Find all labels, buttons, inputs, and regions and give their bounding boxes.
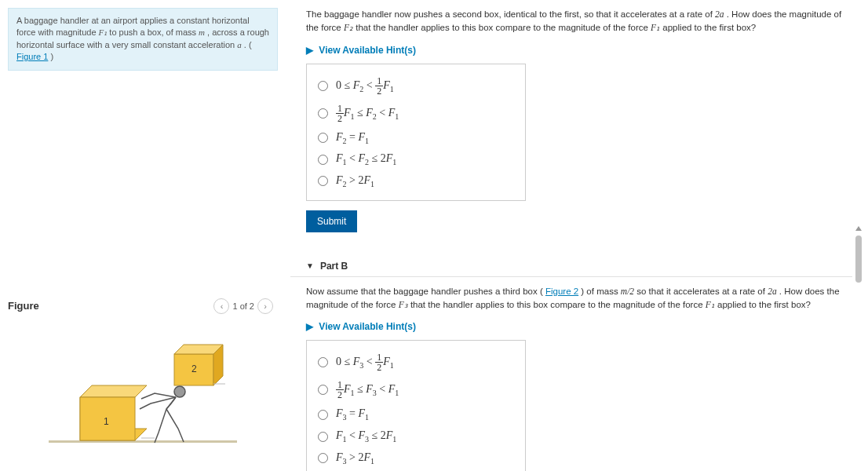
var-m: m bbox=[199, 27, 205, 37]
var-mhalf: m/2 bbox=[621, 287, 634, 296]
var-F3: F₃ bbox=[399, 300, 408, 309]
figure-next-button[interactable]: › bbox=[257, 298, 273, 314]
app-container: A baggage handler at an airport applies … bbox=[0, 0, 868, 471]
partB-radio-2[interactable] bbox=[318, 385, 328, 395]
partA-radio-1[interactable] bbox=[318, 81, 328, 91]
partB-radio-1[interactable] bbox=[318, 357, 328, 367]
intro-text: . ( bbox=[244, 40, 252, 49]
svg-marker-3 bbox=[80, 385, 147, 397]
partA-radio-3[interactable] bbox=[318, 133, 328, 143]
figure-2-link[interactable]: Figure 2 bbox=[545, 287, 578, 296]
partA-option-1[interactable]: 0 ≤ F2 < 12F1 bbox=[318, 72, 514, 100]
figure-section: Figure ‹ 1 of 2 › bbox=[8, 298, 278, 460]
partB-prompt: Now assume that the baggage handler push… bbox=[306, 285, 852, 317]
box-1-label: 1 bbox=[104, 416, 109, 427]
partA-radio-2[interactable] bbox=[318, 108, 328, 119]
partA-option-5[interactable]: F2 > 2F1 bbox=[318, 170, 514, 192]
triangle-right-icon: ▶ bbox=[306, 321, 313, 332]
hints-label: View Available Hint(s) bbox=[319, 321, 416, 332]
partB-option-1[interactable]: 0 ≤ F3 < 12F1 bbox=[318, 349, 514, 376]
left-column: A baggage handler at an airport applies … bbox=[0, 0, 283, 471]
var-F1: F₁ bbox=[99, 27, 108, 37]
partB-options: 0 ≤ F3 < 12F1 12F1 ≤ F3 < F1 F3 = F1 F1 … bbox=[306, 340, 526, 471]
var-2a: 2a bbox=[715, 9, 724, 19]
partB-option-2[interactable]: 12F1 ≤ F3 < F1 bbox=[318, 376, 514, 403]
intro-text: ) bbox=[50, 52, 53, 61]
partB-hints-toggle[interactable]: ▶ View Available Hint(s) bbox=[306, 316, 852, 340]
var-F1: F₁ bbox=[706, 300, 715, 309]
triangle-right-icon: ▶ bbox=[306, 45, 313, 56]
problem-intro: A baggage handler at an airport applies … bbox=[8, 8, 278, 71]
var-a: a bbox=[237, 40, 242, 49]
box-2: 2 bbox=[174, 345, 223, 385]
figure-nav: ‹ 1 of 2 › bbox=[213, 298, 273, 314]
figure-svg: 1 2 bbox=[41, 319, 245, 460]
partA-option-3[interactable]: F2 = F1 bbox=[318, 127, 514, 149]
figure-1-link[interactable]: Figure 1 bbox=[16, 52, 48, 61]
partA-option-4[interactable]: F1 < F2 ≤ 2F1 bbox=[318, 148, 514, 170]
partA-options: 0 ≤ F2 < 12F1 12F1 ≤ F2 < F1 F2 = F1 F1 … bbox=[306, 64, 526, 201]
svg-rect-0 bbox=[49, 440, 237, 443]
partB-option-4[interactable]: F1 < F3 ≤ 2F1 bbox=[318, 425, 514, 447]
right-column: The baggage handler now pushes a second … bbox=[283, 0, 868, 471]
figure-nav-label: 1 of 2 bbox=[232, 301, 254, 311]
figure-header: Figure ‹ 1 of 2 › bbox=[8, 298, 278, 319]
partA-radio-4[interactable] bbox=[318, 155, 328, 165]
partA-prompt: The baggage handler now pushes a second … bbox=[306, 8, 852, 40]
partB-radio-4[interactable] bbox=[318, 432, 328, 442]
partA-submit-button[interactable]: Submit bbox=[306, 210, 357, 232]
caret-down-icon: ▼ bbox=[306, 261, 314, 270]
partB-option-3[interactable]: F3 = F1 bbox=[318, 403, 514, 425]
person-icon bbox=[140, 386, 185, 443]
partB-option-5[interactable]: F3 > 2F1 bbox=[318, 447, 514, 469]
box-1: 1 bbox=[80, 385, 147, 440]
partA-radio-5[interactable] bbox=[318, 176, 328, 186]
partB-radio-3[interactable] bbox=[318, 410, 328, 420]
box-2-label: 2 bbox=[191, 363, 197, 374]
intro-text: to push a box, of mass bbox=[109, 27, 199, 37]
figure-image: 1 2 bbox=[8, 319, 278, 460]
partB-title: Part B bbox=[320, 261, 348, 272]
var-F2: F₂ bbox=[344, 23, 353, 32]
figure-prev-button[interactable]: ‹ bbox=[213, 298, 229, 314]
partA-option-2[interactable]: 12F1 ≤ F2 < F1 bbox=[318, 100, 514, 127]
svg-point-8 bbox=[174, 386, 185, 397]
hints-label: View Available Hint(s) bbox=[319, 45, 416, 56]
partB-header[interactable]: ▼ Part B bbox=[290, 256, 852, 277]
figure-title: Figure bbox=[8, 300, 39, 312]
var-F1: F₁ bbox=[651, 23, 660, 32]
var-2a: 2a bbox=[768, 287, 777, 296]
partB-radio-5[interactable] bbox=[318, 453, 328, 463]
partA-hints-toggle[interactable]: ▶ View Available Hint(s) bbox=[306, 40, 852, 64]
